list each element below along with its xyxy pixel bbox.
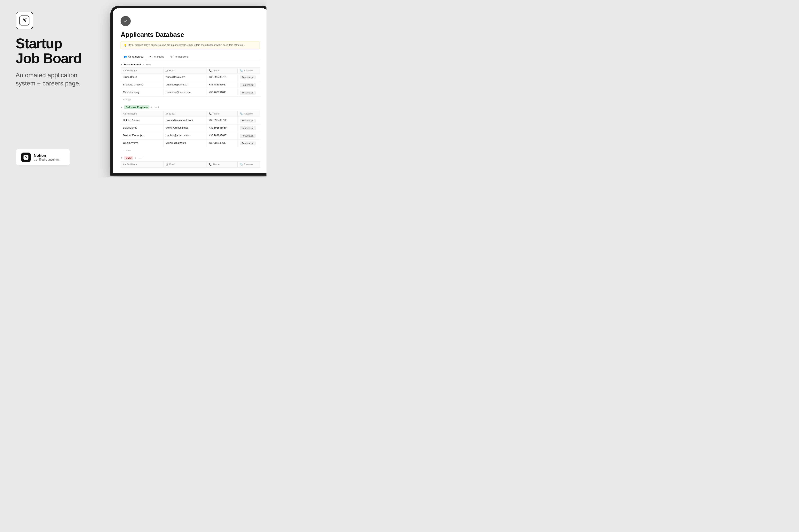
- cell-phone: +33 691565569: [206, 125, 237, 132]
- col-icon-phone: 📞: [209, 69, 212, 72]
- cell-resume: Resume.pdf: [237, 74, 260, 81]
- subtitle: Automated application system + careers p…: [16, 71, 97, 88]
- notion-logo-wrapper: N: [16, 12, 33, 29]
- tablet-outer: Applicants Database 💡 If you mapped Tall…: [110, 6, 266, 175]
- col-header-se-resume: 📎 Resume: [237, 111, 260, 117]
- badge-certified-label: Certified Consultant: [34, 158, 59, 161]
- main-title: Startup Job Board: [16, 36, 116, 66]
- table-row[interactable]: Cilliam Warro william@bateau.fr +33 7839…: [120, 140, 260, 147]
- notion-app-header: [120, 16, 260, 26]
- table-row[interactable]: Dalexis Alorme dalexis@maladroit.work +3…: [120, 117, 260, 125]
- svg-text:N: N: [22, 17, 27, 23]
- group-actions-cmo[interactable]: ••• +: [138, 157, 143, 159]
- tab-per-positions-icon: ⚙: [170, 55, 173, 58]
- cell-email: mantoine@courir.com: [164, 89, 206, 96]
- table-row[interactable]: Beloi Elongé beloi@dropship.net +33 6915…: [120, 125, 260, 132]
- col-header-se-email: @ Email: [164, 111, 206, 117]
- col-header-cmo-resume: 📎 Resume: [237, 162, 260, 167]
- page-wrapper: N Startup Job Board Automated applicatio…: [0, 0, 266, 177]
- cell-email: dalexis@maladroit.work: [164, 117, 206, 124]
- cell-resume: Resume.pdf: [237, 89, 260, 96]
- group-header-data-scientist: ▼ Data Scientist 3 ••• +: [120, 60, 260, 68]
- badge-text: Notion Certified Consultant: [34, 153, 59, 161]
- group-count-data-scientist: 3: [142, 63, 144, 66]
- table-row[interactable]: Darthur Eamunjick darthur@amazon.com +33…: [120, 132, 260, 140]
- cell-resume: Resume.pdf: [237, 125, 260, 132]
- table-header-data-scientist: Aa Full Name @ Email 📞 Phone: [120, 68, 260, 74]
- cell-resume: Resume.pdf: [237, 81, 260, 89]
- col-header-email: @ Email: [164, 68, 206, 74]
- table-row[interactable]: Truno Bitaud truno@tesla.com +33 6967867…: [120, 74, 260, 81]
- notion-tabs[interactable]: 👥 All applicants ✦ Per status ⚙ Per posi…: [120, 54, 260, 60]
- new-row-se[interactable]: + New: [120, 147, 260, 153]
- table-header-se: Aa Full Name @ Email 📞 Phone: [120, 111, 260, 117]
- col-icon-resume: 📎: [240, 69, 243, 72]
- new-row-data-scientist[interactable]: + New: [120, 97, 260, 102]
- tab-per-positions-label: Per positions: [174, 55, 188, 58]
- svg-text:N: N: [24, 155, 27, 159]
- col-icon-email: @: [166, 69, 168, 72]
- cell-resume: Resume.pdf: [237, 132, 260, 139]
- group-name-software-engineer: Software Engineer: [124, 105, 149, 109]
- group-count-cmo: 1: [135, 157, 136, 159]
- notion-page-title: Applicants Database: [120, 31, 260, 38]
- left-panel: N Startup Job Board Automated applicatio…: [0, 0, 128, 177]
- col-header-cmo-phone: 📞 Phone: [206, 162, 237, 167]
- cell-email: truno@tesla.com: [164, 74, 206, 81]
- group-header-software-engineer: ▼ Software Engineer 4 ••• +: [120, 102, 260, 111]
- table-header-cmo: Aa Full Name @ Email 📞 Phone: [120, 162, 260, 168]
- cell-email: beloi@dropship.net: [164, 125, 206, 132]
- cell-phone: +33 782895617: [206, 132, 237, 139]
- group-actions-data-scientist[interactable]: ••• +: [146, 63, 151, 66]
- table-row[interactable]: Mantoine Assy mantoine@courir.com +33 76…: [120, 89, 260, 97]
- notion-table: ▼ Data Scientist 3 ••• + Aa Full Name: [120, 60, 260, 168]
- cell-phone: +33 766791011: [206, 89, 237, 96]
- cell-phone: +33 783985617: [206, 81, 237, 89]
- tab-per-status[interactable]: ✦ Per status: [146, 54, 167, 60]
- col-header-se-phone: 📞 Phone: [206, 111, 237, 117]
- tab-per-status-icon: ✦: [149, 55, 151, 58]
- cell-phone: +33 696786721: [206, 74, 237, 81]
- right-panel: Applicants Database 💡 If you mapped Tall…: [110, 0, 266, 177]
- cell-email: bharlotte@sariera.fr: [164, 81, 206, 89]
- tab-all-applicants-label: All applicants: [128, 55, 143, 58]
- cell-resume: Resume.pdf: [237, 117, 260, 124]
- col-header-resume: 📎 Resume: [237, 68, 260, 74]
- cell-phone: +33 696786722: [206, 117, 237, 124]
- notion-logo-icon: N: [19, 15, 30, 26]
- badge-notion-logo: N: [21, 153, 31, 162]
- cell-email: william@bateau.fr: [164, 140, 206, 147]
- col-header-cmo-email: @ Email: [164, 162, 206, 167]
- tablet-screen: Applicants Database 💡 If you mapped Tall…: [113, 8, 266, 173]
- cell-email: darthur@amazon.com: [164, 132, 206, 139]
- badge-notion-label: Notion: [34, 153, 59, 158]
- tab-per-positions[interactable]: ⚙ Per positions: [167, 54, 192, 60]
- col-header-phone: 📞 Phone: [206, 68, 237, 74]
- group-count-software-engineer: 4: [151, 106, 152, 109]
- group-actions-se[interactable]: ••• +: [155, 106, 159, 109]
- hint-text: If you mapped Tally's answers as we did …: [128, 44, 245, 46]
- notion-app: Applicants Database 💡 If you mapped Tall…: [113, 8, 266, 173]
- group-header-cmo: ▼ CMO 1 ••• +: [120, 153, 260, 162]
- cell-resume: Resume.pdf: [237, 140, 260, 147]
- certified-consultant-badge: N Notion Certified Consultant: [16, 149, 70, 166]
- notion-hint: 💡 If you mapped Tally's answers as we di…: [120, 41, 260, 49]
- table-row[interactable]: Bharlotte Cruzeau bharlotte@sariera.fr +…: [120, 81, 260, 89]
- tab-per-status-label: Per status: [153, 55, 164, 58]
- cell-phone: +33 783985617: [206, 140, 237, 147]
